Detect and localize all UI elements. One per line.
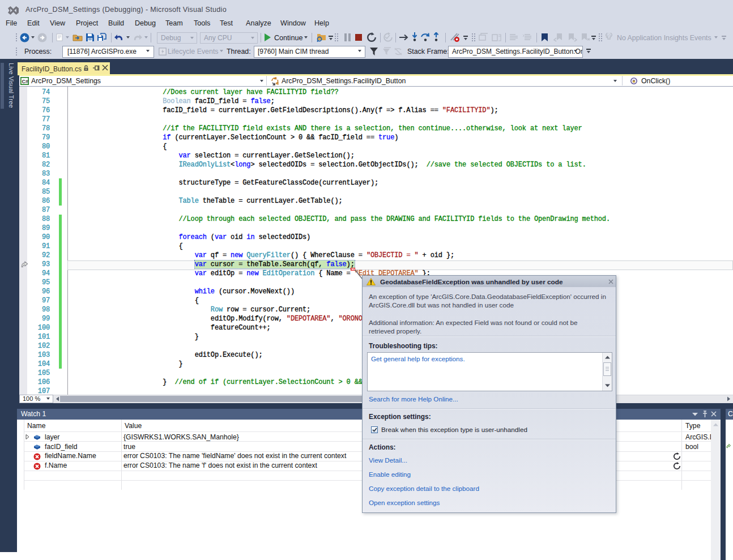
svg-text:C#: C# [22,79,28,84]
svg-text:9?: 9? [606,33,611,39]
